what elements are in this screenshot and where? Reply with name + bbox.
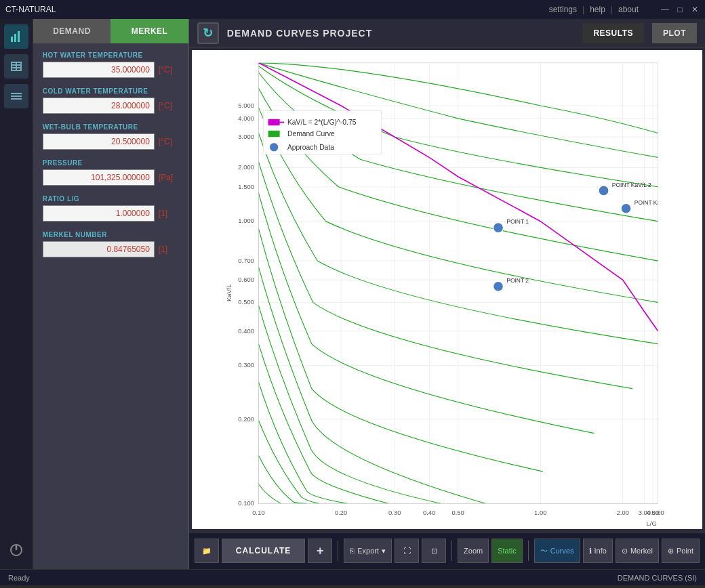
svg-text:0.600: 0.600 <box>238 276 254 283</box>
merkel-button[interactable]: ⊙ Merkel <box>616 539 659 563</box>
param-cold-water-label: COLD WATER TEMPERATURE <box>43 87 179 95</box>
param-ratio-label: RATIO L/G <box>43 195 179 203</box>
param-cold-water-input[interactable] <box>43 98 155 114</box>
param-merkel-unit: [1] <box>159 245 179 254</box>
sidebar-icon-lines[interactable] <box>4 84 28 108</box>
svg-text:0.10: 0.10 <box>252 509 264 516</box>
minimize-button[interactable]: — <box>660 5 670 14</box>
curves-button[interactable]: 〜 Curves <box>534 539 580 563</box>
svg-text:0.200: 0.200 <box>238 415 254 423</box>
about-link[interactable]: about <box>618 5 639 14</box>
svg-text:0.700: 0.700 <box>238 257 254 264</box>
param-pressure: PRESSURE [Pa] <box>43 159 179 186</box>
separator-3 <box>528 541 529 561</box>
static-button[interactable]: Static <box>491 539 523 563</box>
svg-text:1.00: 1.00 <box>534 509 546 516</box>
zoom-button[interactable]: Zoom <box>458 539 489 563</box>
plus-icon: + <box>317 544 324 558</box>
curves-label: Curves <box>550 547 574 555</box>
svg-text:1.000: 1.000 <box>238 217 254 224</box>
settings-link[interactable]: settings <box>549 5 577 14</box>
merkel-icon: ⊙ <box>622 547 628 555</box>
tab-merkel[interactable]: MERKEL <box>110 19 188 43</box>
info-button[interactable]: ℹ Info <box>583 539 613 563</box>
svg-rect-8 <box>16 62 17 71</box>
svg-text:2.000: 2.000 <box>238 163 254 171</box>
status-right: DEMAND CURVES (SI) <box>618 574 697 582</box>
svg-rect-75 <box>268 131 279 137</box>
param-pressure-label: PRESSURE <box>43 159 179 167</box>
param-pressure-unit: [Pa] <box>159 173 179 182</box>
separator-2 <box>451 541 452 561</box>
fit-icon: ⊡ <box>431 547 437 555</box>
titlebar: CT-NATURAL settings | help | about — □ ✕ <box>0 0 705 19</box>
fit-button[interactable]: ⊡ <box>422 539 446 563</box>
svg-rect-9 <box>20 62 22 71</box>
svg-text:0.30: 0.30 <box>388 509 401 516</box>
svg-text:Approach Data: Approach Data <box>287 144 334 151</box>
param-merkel-label: MERKEL NUMBER <box>43 231 179 238</box>
svg-text:1.500: 1.500 <box>238 183 254 190</box>
svg-rect-2 <box>18 31 20 42</box>
sidebar-icon-table[interactable] <box>4 54 28 79</box>
titlebar-controls: settings | help | about — □ ✕ <box>549 5 700 14</box>
close-button[interactable]: ✕ <box>690 5 700 14</box>
chart-container: .gridline { stroke: #ddd; stroke-width: … <box>192 50 702 529</box>
svg-text:2.00: 2.00 <box>616 509 628 516</box>
point-1-marker <box>493 223 503 233</box>
params-area: HOT WATER TEMPERATURE [°C] COLD WATER TE… <box>33 43 188 569</box>
svg-point-77 <box>269 143 278 152</box>
param-wet-bulb-input[interactable] <box>43 133 155 150</box>
tab-bar: DEMAND MERKEL <box>33 19 188 43</box>
param-cold-water-unit: [°C] <box>159 101 179 110</box>
param-hot-water-unit: [°C] <box>159 65 179 75</box>
export-button[interactable]: ⎘ Export ▾ <box>344 539 392 563</box>
param-pressure-input[interactable] <box>43 169 155 186</box>
point-button[interactable]: ⊕ Point <box>662 539 700 563</box>
power-button[interactable] <box>4 538 28 562</box>
bottom-toolbar: 📁 CALCULATE + ⎘ Export ▾ ⛶ ⊡ Zoom Static <box>189 532 705 569</box>
results-button[interactable]: RESULTS <box>582 23 644 43</box>
param-merkel-input <box>43 241 155 257</box>
sidebar-icon-chart[interactable] <box>4 24 28 49</box>
status-left: Ready <box>8 574 30 582</box>
svg-text:5.000: 5.000 <box>238 102 254 109</box>
param-wet-bulb: WET-BULB TEMPERATURE [°C] <box>43 123 179 150</box>
tab-demand[interactable]: DEMAND <box>33 19 111 43</box>
curves-icon: 〜 <box>540 546 548 556</box>
calculate-button[interactable]: CALCULATE <box>222 539 305 563</box>
refresh-button[interactable]: ↻ <box>197 22 219 44</box>
svg-text:0.500: 0.500 <box>238 298 254 306</box>
svg-text:4.000: 4.000 <box>238 114 254 122</box>
open-button[interactable]: 📁 <box>195 539 219 563</box>
param-hot-water-input[interactable] <box>43 62 155 78</box>
svg-text:0.400: 0.400 <box>238 327 254 335</box>
svg-rect-73 <box>268 119 279 125</box>
svg-text:0.300: 0.300 <box>238 362 254 369</box>
export-dropdown-icon: ▾ <box>382 547 386 555</box>
info-icon: ℹ <box>589 547 592 555</box>
maximize-button[interactable]: □ <box>675 5 685 14</box>
merkel-label: Merkel <box>630 547 653 555</box>
svg-text:0.100: 0.100 <box>238 499 254 507</box>
status-bar: Ready DEMAND CURVES (SI) <box>0 569 705 585</box>
help-link[interactable]: help <box>590 5 605 14</box>
svg-text:L/G: L/G <box>646 520 656 527</box>
content-header: ↻ DEMAND CURVES PROJECT RESULTS PLOT <box>189 19 705 47</box>
separator-1 <box>338 541 338 561</box>
svg-text:Demand Curve: Demand Curve <box>287 130 335 138</box>
add-button[interactable]: + <box>308 539 332 563</box>
svg-rect-7 <box>11 62 12 71</box>
svg-text:POINT 2: POINT 2 <box>506 277 529 284</box>
svg-text:3.000: 3.000 <box>238 133 254 140</box>
app-title: CT-NATURAL <box>5 5 56 14</box>
fullscreen-button[interactable]: ⛶ <box>395 539 419 563</box>
param-ratio-input[interactable] <box>43 205 155 222</box>
fullscreen-icon: ⛶ <box>403 547 411 555</box>
project-title: DEMAND CURVES PROJECT <box>227 28 575 39</box>
svg-text:POINT 1: POINT 1 <box>506 218 529 225</box>
export-icon: ⎘ <box>350 547 355 555</box>
info-label: Info <box>595 547 607 555</box>
plot-button[interactable]: PLOT <box>652 23 697 43</box>
point-label: Point <box>677 547 693 555</box>
